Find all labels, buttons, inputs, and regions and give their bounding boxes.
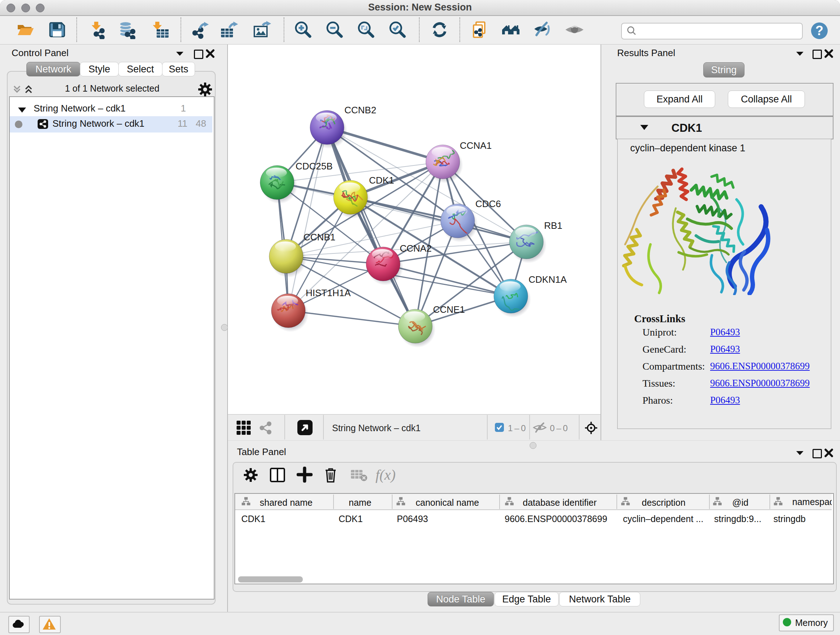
svg-text:RB1: RB1	[544, 220, 562, 231]
svg-text:CDC25B: CDC25B	[295, 161, 333, 172]
svg-text:CDK1: CDK1	[369, 175, 394, 186]
svg-text:HIST1H1A: HIST1H1A	[306, 287, 351, 298]
svg-text:CCNB2: CCNB2	[344, 105, 376, 116]
svg-text:CCNA1: CCNA1	[460, 140, 492, 151]
svg-text:CCNE1: CCNE1	[433, 304, 465, 315]
svg-text:CDKN1A: CDKN1A	[529, 274, 567, 285]
svg-text:CDC6: CDC6	[475, 198, 501, 209]
svg-text:CCNA2: CCNA2	[400, 243, 431, 254]
svg-text:CCNB1: CCNB1	[303, 232, 335, 242]
